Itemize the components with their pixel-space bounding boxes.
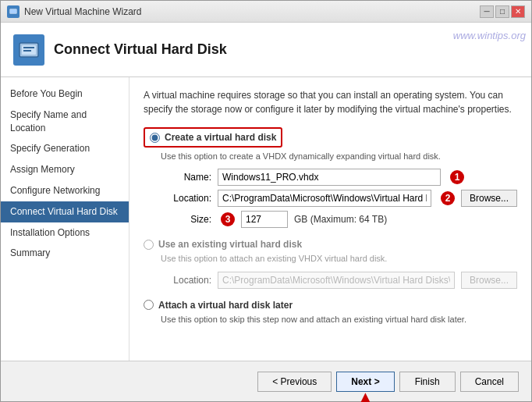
sidebar-item-specify-generation[interactable]: Specify Generation: [1, 138, 129, 159]
location-badge: 2: [441, 191, 455, 205]
name-badge: 1: [450, 170, 464, 184]
existing-vhd-radio[interactable]: [144, 240, 154, 250]
footer: < Previous Next > ▲ Finish Cancel: [1, 361, 531, 401]
option-create-vhd: Create a virtual hard disk Use this opti…: [144, 127, 517, 228]
maximize-button[interactable]: □: [495, 5, 509, 18]
title-bar: New Virtual Machine Wizard ─ □ ✕: [1, 1, 531, 23]
create-vhd-radio[interactable]: [150, 133, 160, 143]
location-input[interactable]: [218, 190, 431, 207]
sidebar: Before You Begin Specify Name and Locati…: [1, 77, 129, 361]
window-title: New Virtual Machine Wizard: [24, 6, 142, 17]
existing-vhd-desc: Use this option to attach an existing VH…: [161, 253, 517, 265]
location-browse-button[interactable]: Browse...: [461, 190, 517, 207]
option-existing-vhd: Use an existing virtual hard disk Use th…: [144, 239, 517, 288]
sidebar-item-connect-vhd[interactable]: Connect Virtual Hard Disk: [1, 201, 129, 222]
attach-later-radio[interactable]: [144, 300, 154, 310]
finish-button[interactable]: Finish: [399, 372, 456, 392]
size-input[interactable]: [241, 211, 288, 228]
svg-rect-5: [23, 50, 31, 52]
name-input[interactable]: [218, 169, 441, 186]
description-text: A virtual machine requires storage so th…: [144, 88, 517, 116]
create-vhd-label[interactable]: Create a virtual hard disk: [144, 127, 517, 148]
cancel-button[interactable]: Cancel: [460, 372, 519, 392]
previous-button[interactable]: < Previous: [257, 372, 332, 392]
location-label: Location:: [161, 193, 211, 204]
create-vhd-desc: Use this option to create a VHDX dynamic…: [161, 151, 517, 162]
sidebar-item-before-you-begin[interactable]: Before You Begin: [1, 84, 129, 105]
create-vhd-text: Create a virtual hard disk: [165, 132, 276, 143]
red-arrow-indicator: ▲: [358, 388, 374, 403]
attach-later-desc: Use this option to skip this step now an…: [161, 314, 517, 326]
name-label: Name:: [161, 172, 211, 183]
existing-location-input[interactable]: [218, 272, 455, 289]
header-bar: Connect Virtual Hard Disk: [1, 23, 531, 77]
svg-rect-1: [10, 9, 16, 13]
window: New Virtual Machine Wizard ─ □ ✕ www.win…: [0, 0, 532, 402]
attach-later-label[interactable]: Attach a virtual hard disk later: [144, 300, 517, 311]
svg-rect-4: [23, 47, 34, 48]
header-icon: [13, 34, 44, 66]
title-bar-controls: ─ □ ✕: [480, 5, 525, 18]
next-button-container: Next > ▲: [336, 372, 394, 392]
attach-later-text: Attach a virtual hard disk later: [158, 300, 293, 311]
sidebar-item-summary[interactable]: Summary: [1, 243, 129, 264]
existing-location-label: Location:: [161, 275, 211, 286]
title-bar-left: New Virtual Machine Wizard: [7, 5, 142, 18]
existing-vhd-text: Use an existing virtual hard disk: [158, 239, 302, 250]
sidebar-item-assign-memory[interactable]: Assign Memory: [1, 159, 129, 180]
size-label: Size:: [161, 214, 211, 225]
sidebar-item-specify-name[interactable]: Specify Name and Location: [1, 105, 129, 139]
sidebar-item-configure-networking[interactable]: Configure Networking: [1, 180, 129, 201]
content-area: Before You Begin Specify Name and Locati…: [1, 77, 531, 361]
sidebar-item-installation-options[interactable]: Installation Options: [1, 222, 129, 244]
option-attach-later: Attach a virtual hard disk later Use thi…: [144, 300, 517, 326]
size-badge: 3: [221, 212, 235, 226]
close-button[interactable]: ✕: [511, 5, 525, 18]
app-icon: [7, 5, 20, 18]
size-suffix: GB (Maximum: 64 TB): [294, 214, 387, 225]
existing-vhd-label[interactable]: Use an existing virtual hard disk: [144, 239, 517, 250]
create-vhd-highlight: Create a virtual hard disk: [144, 127, 282, 148]
header-title: Connect Virtual Hard Disk: [54, 41, 227, 58]
main-panel: A virtual machine requires storage so th…: [129, 77, 531, 361]
existing-browse-button[interactable]: Browse...: [461, 272, 517, 289]
minimize-button[interactable]: ─: [480, 5, 494, 18]
